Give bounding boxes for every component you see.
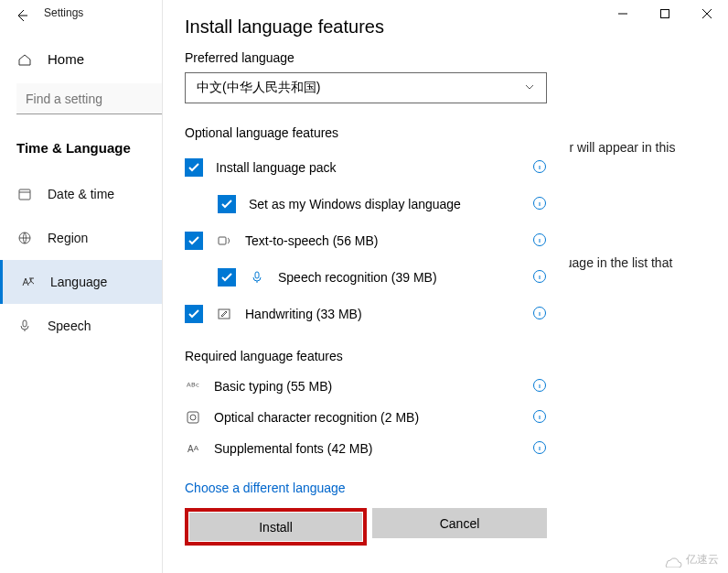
pen-icon bbox=[216, 307, 232, 321]
close-button[interactable] bbox=[686, 0, 728, 27]
feature-label: Basic typing (55 MB) bbox=[214, 379, 332, 394]
svg-point-14 bbox=[190, 415, 196, 420]
abc-icon: ᴬᴮᶜ bbox=[185, 381, 201, 393]
window-title: Settings bbox=[44, 0, 83, 19]
req-supplemental-fonts: AA Supplemental fonts (42 MB) bbox=[185, 433, 547, 464]
chevron-down-icon bbox=[524, 81, 535, 95]
info-icon[interactable] bbox=[532, 232, 547, 250]
language-icon bbox=[19, 275, 36, 289]
checkbox-icon[interactable] bbox=[218, 195, 236, 213]
mic-icon bbox=[16, 319, 33, 333]
info-icon[interactable] bbox=[532, 378, 547, 395]
opt-speech-recognition[interactable]: Speech recognition (39 MB) bbox=[185, 259, 547, 296]
feature-label: Install language pack bbox=[216, 160, 337, 175]
install-button[interactable]: Install bbox=[189, 513, 362, 541]
req-basic-typing: ᴬᴮᶜ Basic typing (55 MB) bbox=[185, 371, 547, 402]
home-icon bbox=[16, 52, 33, 67]
feature-label: Supplemental fonts (42 MB) bbox=[214, 441, 373, 456]
back-button[interactable] bbox=[0, 0, 44, 31]
checkbox-icon[interactable] bbox=[185, 158, 203, 177]
opt-install-language-pack[interactable]: Install language pack bbox=[185, 149, 547, 186]
svg-rect-3 bbox=[23, 320, 27, 327]
minimize-button[interactable] bbox=[602, 0, 644, 27]
checkbox-icon[interactable] bbox=[185, 232, 203, 250]
svg-rect-1 bbox=[19, 189, 30, 200]
svg-rect-10 bbox=[219, 309, 230, 319]
checkbox-icon[interactable] bbox=[218, 268, 236, 286]
svg-rect-8 bbox=[255, 272, 259, 278]
sidebar-item-label: Date & time bbox=[48, 187, 114, 201]
opt-display-language[interactable]: Set as my Windows display language bbox=[185, 186, 547, 222]
preferred-language-label: Preferred language bbox=[185, 50, 547, 65]
info-icon[interactable] bbox=[532, 159, 547, 177]
background-text: rer will appear in this guage in the lis… bbox=[558, 137, 713, 274]
globe-icon bbox=[16, 231, 33, 245]
sidebar-item-label: Language bbox=[50, 275, 107, 289]
home-label: Home bbox=[48, 51, 84, 67]
info-icon[interactable] bbox=[532, 409, 547, 427]
install-button-highlight: Install bbox=[185, 508, 367, 546]
info-icon[interactable] bbox=[532, 196, 547, 213]
req-ocr: Optical character recognition (2 MB) bbox=[185, 402, 547, 433]
choose-different-language-link[interactable]: Choose a different language bbox=[185, 481, 547, 495]
sidebar-item-label: Region bbox=[48, 231, 88, 245]
clock-icon bbox=[16, 187, 33, 201]
opt-text-to-speech[interactable]: Text-to-speech (56 MB) bbox=[185, 222, 547, 259]
info-icon[interactable] bbox=[532, 269, 547, 286]
info-icon[interactable] bbox=[532, 306, 547, 323]
sidebar-item-label: Speech bbox=[48, 319, 91, 333]
font-icon: AA bbox=[185, 444, 201, 454]
optional-features-header: Optional language features bbox=[185, 125, 547, 140]
feature-label: Text-to-speech (56 MB) bbox=[245, 233, 379, 248]
install-language-dialog: Install language features Preferred lang… bbox=[162, 0, 569, 573]
info-icon[interactable] bbox=[532, 440, 547, 458]
tts-icon bbox=[216, 233, 232, 248]
cancel-button[interactable]: Cancel bbox=[372, 508, 547, 538]
svg-rect-0 bbox=[661, 10, 669, 18]
ocr-icon bbox=[185, 411, 201, 424]
opt-handwriting[interactable]: Handwriting (33 MB) bbox=[185, 296, 547, 332]
svg-rect-6 bbox=[219, 237, 226, 244]
watermark: 亿速云 bbox=[662, 552, 719, 568]
svg-rect-13 bbox=[187, 412, 198, 423]
feature-label: Handwriting (33 MB) bbox=[245, 307, 362, 321]
mic-icon bbox=[249, 270, 265, 285]
feature-label: Set as my Windows display language bbox=[249, 197, 461, 211]
dialog-title: Install language features bbox=[185, 16, 547, 38]
checkbox-icon[interactable] bbox=[185, 305, 203, 323]
preferred-language-dropdown[interactable]: 中文(中华人民共和国) bbox=[185, 72, 547, 103]
selected-language: 中文(中华人民共和国) bbox=[197, 80, 320, 96]
required-features-header: Required language features bbox=[185, 349, 547, 363]
feature-label: Optical character recognition (2 MB) bbox=[214, 410, 419, 425]
maximize-button[interactable] bbox=[644, 0, 686, 27]
feature-label: Speech recognition (39 MB) bbox=[278, 270, 437, 285]
